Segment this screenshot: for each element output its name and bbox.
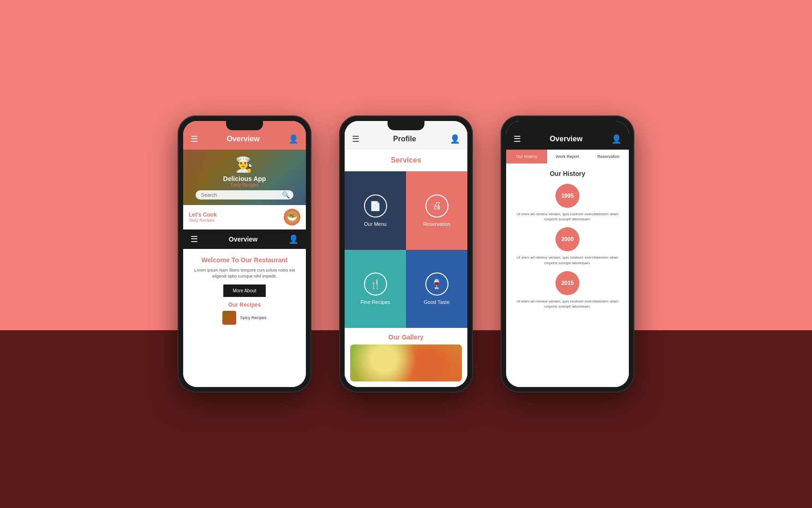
lets-cook-section: Let's Cook Tasty Recipes 🥗 bbox=[183, 205, 306, 230]
phone-2: ☰ Profile 👤 Services 📄 Our Menu 🖨 Reserv… bbox=[339, 115, 473, 393]
hero-title: Delicious App bbox=[223, 175, 266, 182]
chef-icon: 👨‍🍳 bbox=[235, 156, 254, 173]
menu-icon-circle: 📄 bbox=[364, 194, 387, 218]
tab-our-history[interactable]: Our History bbox=[506, 150, 547, 163]
search-icon[interactable]: 🔍 bbox=[282, 191, 290, 199]
services-title: Services bbox=[345, 150, 467, 171]
lets-cook-title: Let's Cook bbox=[189, 212, 284, 218]
screen-2: ☰ Profile 👤 Services 📄 Our Menu 🖨 Reserv… bbox=[345, 121, 467, 387]
phone3-title: Overview bbox=[549, 135, 582, 143]
history-tabs: Our History Work Report Reservation bbox=[506, 150, 629, 163]
search-input[interactable] bbox=[201, 192, 280, 198]
recipe-item: Spicy Recipes bbox=[222, 311, 266, 325]
history-text-2015: Ut enim ad minima veniam, quis nostrum e… bbox=[513, 299, 622, 309]
hamburger-icon-p3[interactable]: ☰ bbox=[513, 134, 521, 144]
phone1-nav2: ☰ Overview 👤 bbox=[183, 230, 306, 249]
screen-1: ☰ Overview 👤 👨‍🍳 Delicious App Tasty Rec… bbox=[183, 121, 306, 387]
phone-3: ☰ Overview 👤 Our History Work Report Res… bbox=[501, 115, 634, 393]
history-item-2015: 2015 Ut enim ad minima veniam, quis nost… bbox=[513, 271, 622, 309]
notch-2 bbox=[388, 121, 424, 130]
phone1-title: Overview bbox=[227, 135, 259, 143]
menu-label: Our Menu bbox=[364, 221, 387, 227]
gallery-title: Our Gallery bbox=[350, 333, 462, 341]
welcome-section: Welcome To Our Restaurant Lorem ipsum Na… bbox=[183, 249, 306, 387]
reservation-icon-circle: 🖨 bbox=[425, 194, 448, 218]
year-1995: 1995 bbox=[555, 184, 579, 208]
services-grid: 📄 Our Menu 🖨 Reservation 🍴 Fine Recipes … bbox=[345, 171, 467, 328]
screen-3: ☰ Overview 👤 Our History Work Report Res… bbox=[506, 121, 629, 387]
history-item-2000: 2000 Ut enim ad minima veniam, quis nost… bbox=[513, 227, 622, 265]
hamburger-icon-2[interactable]: ☰ bbox=[191, 234, 198, 244]
hamburger-icon-p2[interactable]: ☰ bbox=[352, 134, 359, 144]
user-icon-2[interactable]: 👤 bbox=[288, 234, 299, 244]
search-bar[interactable]: 🔍 bbox=[196, 190, 294, 200]
hero-subtitle: Tasty Recipes bbox=[230, 182, 259, 187]
lets-cook-subtitle: Tasty Recipes bbox=[189, 218, 284, 223]
good-taste-icon: 🍷 bbox=[431, 278, 442, 290]
year-2015: 2015 bbox=[555, 271, 579, 295]
user-icon[interactable]: 👤 bbox=[288, 134, 299, 144]
tab-work-report[interactable]: Work Report bbox=[547, 150, 588, 163]
service-our-menu[interactable]: 📄 Our Menu bbox=[345, 171, 406, 250]
gallery-section: Our Gallery bbox=[345, 328, 467, 387]
recipe-thumbnail bbox=[222, 311, 236, 325]
good-taste-label: Good Taste bbox=[424, 299, 449, 305]
reservation-icon: 🖨 bbox=[432, 200, 442, 211]
menu-icon: 📄 bbox=[370, 200, 381, 212]
history-section: Our History 1995 Ut enim ad minima venia… bbox=[506, 163, 629, 387]
hamburger-icon[interactable]: ☰ bbox=[191, 134, 198, 144]
welcome-text: Lorem ipsum Nam libero tempore cum solut… bbox=[191, 267, 299, 279]
phone1-hero: 👨‍🍳 Delicious App Tasty Recipes 🔍 bbox=[183, 150, 306, 205]
recipe-label: Spicy Recipes bbox=[240, 315, 266, 320]
more-about-button[interactable]: More About bbox=[223, 284, 265, 297]
tab-reservation[interactable]: Reservation bbox=[588, 150, 629, 163]
service-reservation[interactable]: 🖨 Reservation bbox=[406, 171, 467, 250]
fine-recipes-label: Fine Recipes bbox=[360, 299, 390, 305]
welcome-title: Welcome To Our Restaurant bbox=[202, 256, 288, 264]
fine-recipes-icon-circle: 🍴 bbox=[364, 272, 387, 296]
history-item-1995: 1995 Ut enim ad minima veniam, quis nost… bbox=[513, 184, 622, 222]
user-icon-p3[interactable]: 👤 bbox=[611, 134, 621, 144]
good-taste-icon-circle: 🍷 bbox=[425, 272, 448, 296]
recipes-section-title: Our Recipes bbox=[228, 302, 261, 308]
history-section-title: Our History bbox=[549, 170, 585, 177]
fine-recipes-icon: 🍴 bbox=[370, 278, 381, 290]
phone-1: ☰ Overview 👤 👨‍🍳 Delicious App Tasty Rec… bbox=[178, 115, 311, 393]
nav2-title: Overview bbox=[229, 236, 257, 243]
user-icon-p2[interactable]: 👤 bbox=[450, 134, 460, 144]
food-thumbnail: 🥗 bbox=[284, 209, 300, 225]
gallery-image-inner bbox=[350, 345, 462, 381]
notch-3 bbox=[549, 121, 586, 130]
history-text-1995: Ut enim ad minima veniam, quis nostrum e… bbox=[513, 212, 622, 222]
reservation-label: Reservation bbox=[423, 221, 450, 227]
service-good-taste[interactable]: 🍷 Good Taste bbox=[406, 250, 467, 328]
notch-1 bbox=[226, 121, 263, 130]
lets-cook-text: Let's Cook Tasty Recipes bbox=[189, 212, 284, 223]
service-fine-recipes[interactable]: 🍴 Fine Recipes bbox=[345, 250, 406, 328]
year-2000: 2000 bbox=[555, 227, 579, 251]
phone2-title: Profile bbox=[393, 135, 416, 143]
history-text-2000: Ut enim ad minima veniam, quis nostrum e… bbox=[513, 255, 622, 265]
gallery-image bbox=[350, 345, 462, 381]
